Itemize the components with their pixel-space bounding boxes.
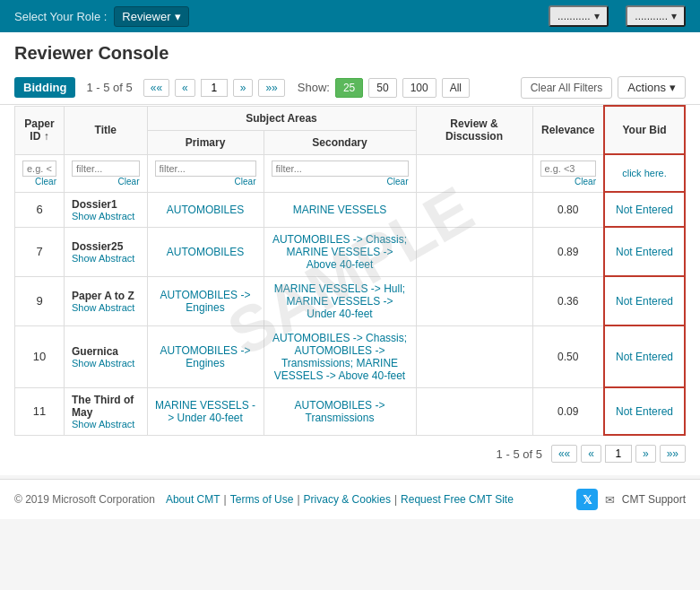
request-cmt-link[interactable]: Request Free CMT Site xyxy=(401,493,514,506)
bottom-last-page-button[interactable]: »» xyxy=(660,445,686,463)
toolbar: Bidding 1 - 5 of 5 «« « » »» Show: 25 50… xyxy=(0,71,700,105)
cell-your-bid: Not Entered xyxy=(604,387,685,435)
filter-title-input[interactable] xyxy=(72,161,140,177)
cell-relevance: 0.89 xyxy=(532,227,604,276)
bottom-next-page-button[interactable]: » xyxy=(635,445,656,463)
bottom-prev-page-button[interactable]: « xyxy=(581,445,601,463)
not-entered-link[interactable]: Not Entered xyxy=(616,204,673,216)
role-caret-icon: ▾ xyxy=(175,10,181,23)
cell-primary: AUTOMOBILES -> Engines xyxy=(147,276,264,325)
show-abstract-link[interactable]: Show Abstract xyxy=(72,419,140,429)
filter-title-cell: Clear xyxy=(65,154,148,192)
cell-review xyxy=(416,276,532,325)
filter-secondary-input[interactable] xyxy=(272,161,409,177)
bottom-pagination-info: 1 - 5 of 5 xyxy=(497,447,542,461)
cell-primary: MARINE VESSELS -> Under 40-feet xyxy=(147,387,264,435)
privacy-cookies-link[interactable]: Privacy & Cookies xyxy=(304,493,391,506)
cell-your-bid: Not Entered xyxy=(604,227,685,276)
show-50-button[interactable]: 50 xyxy=(368,78,396,98)
user-dropdown-2-label: ........... xyxy=(635,10,668,22)
filter-paper-id-clear[interactable]: Clear xyxy=(22,177,56,187)
not-entered-link[interactable]: Not Entered xyxy=(616,351,673,363)
cell-paper-id: 9 xyxy=(15,276,65,325)
cell-relevance: 0.80 xyxy=(532,192,604,227)
cell-paper-id: 10 xyxy=(15,325,65,387)
cell-your-bid: Not Entered xyxy=(604,325,685,387)
filter-relevance-clear[interactable]: Clear xyxy=(540,177,597,187)
th-subject-areas: Subject Areas xyxy=(147,106,416,130)
cell-primary: AUTOMOBILES xyxy=(147,192,264,227)
actions-button[interactable]: Actions ▾ xyxy=(618,76,686,99)
show-25-button[interactable]: 25 xyxy=(335,78,363,98)
pagination-info: 1 - 5 of 5 xyxy=(86,81,132,94)
show-abstract-link[interactable]: Show Abstract xyxy=(72,253,140,264)
filter-paper-id-input[interactable] xyxy=(22,161,56,177)
your-bid-click-here[interactable]: click here. xyxy=(622,168,667,178)
bottom-first-page-button[interactable]: «« xyxy=(551,445,577,463)
cell-your-bid: Not Entered xyxy=(604,276,685,325)
th-title: Title xyxy=(65,106,148,154)
cmt-support-link[interactable]: CMT Support xyxy=(622,493,686,506)
show-100-button[interactable]: 100 xyxy=(402,78,436,98)
bottom-page-number-input[interactable] xyxy=(605,445,632,463)
not-entered-link[interactable]: Not Entered xyxy=(616,246,673,258)
cell-secondary: MARINE VESSELS xyxy=(264,192,416,227)
dropdown1-caret-icon: ▾ xyxy=(594,10,600,22)
filter-title-clear[interactable]: Clear xyxy=(72,177,140,187)
cell-relevance: 0.09 xyxy=(532,387,604,435)
th-secondary: Secondary xyxy=(264,130,416,154)
cell-review xyxy=(416,227,532,276)
table-row: 7 Dossier25 Show Abstract AUTOMOBILES AU… xyxy=(15,227,686,276)
not-entered-link[interactable]: Not Entered xyxy=(616,405,673,418)
show-abstract-link[interactable]: Show Abstract xyxy=(72,358,140,369)
footer-right: 𝕏 ✉ CMT Support xyxy=(576,489,686,510)
last-page-button[interactable]: »» xyxy=(258,79,284,97)
clear-all-filters-button[interactable]: Clear All Filters xyxy=(521,77,613,99)
th-relevance: Relevance xyxy=(532,106,604,154)
cell-secondary: AUTOMOBILES -> Chassis; AUTOMOBILES -> T… xyxy=(264,325,416,387)
twitter-icon[interactable]: 𝕏 xyxy=(576,489,598,510)
first-page-button[interactable]: «« xyxy=(143,79,169,97)
cell-review xyxy=(416,192,532,227)
not-entered-link[interactable]: Not Entered xyxy=(616,295,673,308)
user-dropdown-2[interactable]: ........... ▾ xyxy=(626,5,686,27)
filter-relevance-input[interactable] xyxy=(540,161,597,177)
filter-relevance-cell: Clear xyxy=(532,154,604,192)
about-cmt-link[interactable]: About CMT xyxy=(166,493,220,506)
page-number-input[interactable] xyxy=(201,79,228,97)
role-dropdown[interactable]: Reviewer ▾ xyxy=(114,6,188,27)
cell-paper-id: 7 xyxy=(15,227,65,276)
cell-review xyxy=(416,387,532,435)
filter-secondary-clear[interactable]: Clear xyxy=(272,177,409,187)
sort-icon: ↑ xyxy=(44,130,49,143)
cell-title: Dossier1 Show Abstract xyxy=(65,192,148,227)
filter-secondary-cell: Clear xyxy=(264,154,416,192)
actions-caret-icon: ▾ xyxy=(670,81,676,94)
cell-primary: AUTOMOBILES -> Engines xyxy=(147,325,264,387)
table-wrap: SAMPLE Paper ID ↑ Title Subject Areas Re… xyxy=(0,105,700,436)
terms-of-use-link[interactable]: Terms of Use xyxy=(230,493,294,506)
footer: © 2019 Microsoft Corporation About CMT |… xyxy=(0,479,700,519)
page-title: Reviewer Console xyxy=(0,32,700,71)
th-paper-id: Paper ID ↑ xyxy=(15,106,65,154)
next-page-button[interactable]: » xyxy=(233,79,254,97)
table-row: 10 Guernica Show Abstract AUTOMOBILES ->… xyxy=(15,325,686,387)
th-review-discussion: Review & Discussion xyxy=(416,106,532,154)
show-all-button[interactable]: All xyxy=(442,78,470,98)
filter-primary-input[interactable] xyxy=(155,161,256,177)
user-dropdown-1-label: ........... xyxy=(557,10,591,22)
actions-label: Actions xyxy=(627,81,666,94)
filter-yourbid-cell: click here. xyxy=(604,154,685,192)
cell-title: Guernica Show Abstract xyxy=(65,325,148,387)
footer-links: About CMT | Terms of Use | Privacy & Coo… xyxy=(166,493,514,506)
show-abstract-link[interactable]: Show Abstract xyxy=(72,302,140,313)
table-body: 6 Dossier1 Show Abstract AUTOMOBILES MAR… xyxy=(15,192,686,435)
show-abstract-link[interactable]: Show Abstract xyxy=(72,211,140,221)
prev-page-button[interactable]: « xyxy=(175,79,195,97)
filter-paper-id-cell: Clear xyxy=(15,154,65,192)
th-primary: Primary xyxy=(147,130,264,154)
cell-review xyxy=(416,325,532,387)
filter-primary-clear[interactable]: Clear xyxy=(155,177,256,187)
cell-paper-id: 11 xyxy=(15,387,65,435)
user-dropdown-1[interactable]: ........... ▾ xyxy=(549,5,609,27)
